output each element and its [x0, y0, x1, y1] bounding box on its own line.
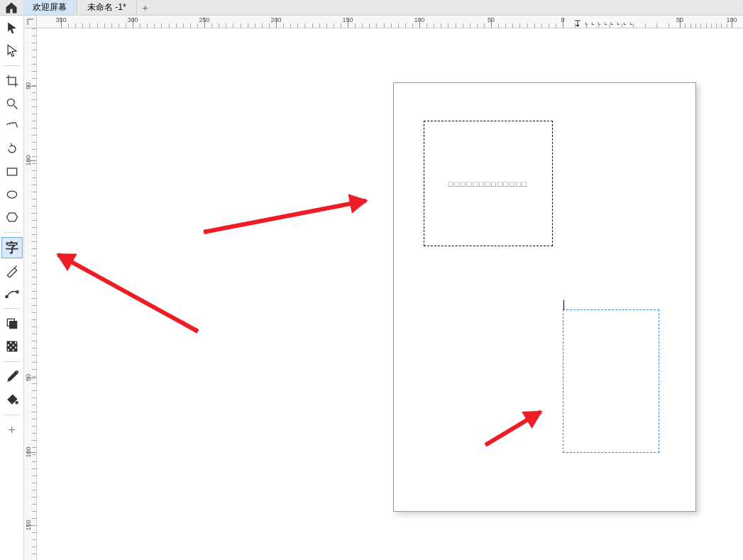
- crop-tool[interactable]: [1, 70, 23, 92]
- rectangle-tool[interactable]: [1, 161, 23, 182]
- pan-tool[interactable]: [1, 116, 23, 137]
- svg-point-2: [7, 191, 16, 198]
- active-text-frame[interactable]: [563, 309, 659, 453]
- layers-icon: [5, 317, 19, 331]
- toolbox: 字 +: [0, 16, 24, 560]
- eyedropper-tool[interactable]: [1, 366, 23, 388]
- plus-icon: +: [143, 2, 148, 13]
- vertical-ruler[interactable]: 5010050100150: [24, 28, 37, 560]
- selection-tool[interactable]: [1, 17, 23, 38]
- ruler-corner-icon: [27, 18, 34, 26]
- plus-icon: +: [8, 423, 16, 438]
- checker-icon: [5, 339, 19, 353]
- svg-rect-15: [9, 348, 11, 351]
- annotation-arrow: [57, 253, 199, 334]
- smooth-tool[interactable]: [1, 282, 23, 304]
- add-tool-button[interactable]: +: [1, 419, 23, 441]
- toolbox-divider: [4, 308, 21, 309]
- text-cursor: [563, 300, 564, 310]
- annotation-arrow: [203, 199, 365, 234]
- bucket-icon: [5, 392, 19, 407]
- transparency-tool[interactable]: [1, 336, 23, 357]
- magnifier-icon: [5, 97, 19, 111]
- home-icon: [4, 1, 18, 15]
- pen-tool[interactable]: [1, 260, 23, 281]
- hand-wave-icon: [5, 119, 19, 133]
- text-frame[interactable]: □□□□□□□□□□□□□: [424, 121, 553, 246]
- svg-marker-3: [6, 213, 17, 221]
- svg-rect-7: [9, 322, 16, 329]
- text-placeholder: □□□□□□□□□□□□□: [448, 180, 528, 188]
- svg-rect-1: [7, 168, 16, 175]
- svg-point-17: [16, 371, 18, 373]
- ellipse-tool[interactable]: [1, 184, 23, 205]
- fill-tool[interactable]: [1, 389, 23, 410]
- main-area: 字 +: [0, 16, 743, 560]
- revert-icon: [5, 142, 19, 156]
- tab-document-1[interactable]: 未命名 -1*: [77, 0, 137, 15]
- layers-tool[interactable]: [1, 313, 23, 334]
- toolbox-divider: [4, 232, 21, 233]
- workspace: ⌞⌞⌞⌞ ⌞⌞⌞⌞ 35030025020015010050050100 501…: [24, 16, 743, 560]
- revert-tool[interactable]: [1, 138, 23, 160]
- svg-point-4: [5, 295, 7, 297]
- tab-stops: ⌞⌞⌞⌞ ⌞⌞⌞⌞: [585, 18, 633, 26]
- tab-label: 未命名 -1*: [87, 1, 126, 13]
- text-icon: 字: [6, 239, 18, 256]
- new-tab-button[interactable]: +: [137, 0, 154, 15]
- horizontal-ruler[interactable]: ⌞⌞⌞⌞ ⌞⌞⌞⌞ 35030025020015010050050100: [37, 16, 743, 28]
- tab-label: 欢迎屏幕: [33, 1, 67, 13]
- svg-point-18: [16, 402, 18, 404]
- toolbox-divider: [4, 65, 21, 66]
- ruler-corner[interactable]: [24, 16, 37, 28]
- toolbox-divider: [4, 361, 21, 362]
- ellipse-icon: [5, 187, 19, 202]
- svg-rect-16: [14, 348, 16, 351]
- rect-icon: [5, 165, 19, 179]
- text-tool[interactable]: 字: [1, 237, 23, 258]
- shape-selection-tool[interactable]: [1, 40, 23, 61]
- smooth-icon: [5, 286, 19, 300]
- svg-point-0: [7, 99, 14, 106]
- tab-welcome[interactable]: 欢迎屏幕: [23, 0, 77, 15]
- pointer-icon: [5, 21, 19, 35]
- toolbox-divider: [4, 414, 21, 415]
- hexagon-icon: [5, 210, 19, 224]
- svg-point-5: [16, 291, 18, 293]
- tab-bar: 欢迎屏幕 未命名 -1* +: [0, 0, 743, 16]
- crop-icon: [5, 74, 19, 88]
- pen-icon: [5, 263, 19, 278]
- canvas[interactable]: □□□□□□□□□□□□□: [37, 28, 743, 560]
- pointer-outline-icon: [5, 43, 19, 57]
- home-button[interactable]: [0, 0, 23, 15]
- dropper-icon: [5, 370, 19, 384]
- polygon-tool[interactable]: [1, 207, 23, 228]
- zoom-tool[interactable]: [1, 93, 23, 114]
